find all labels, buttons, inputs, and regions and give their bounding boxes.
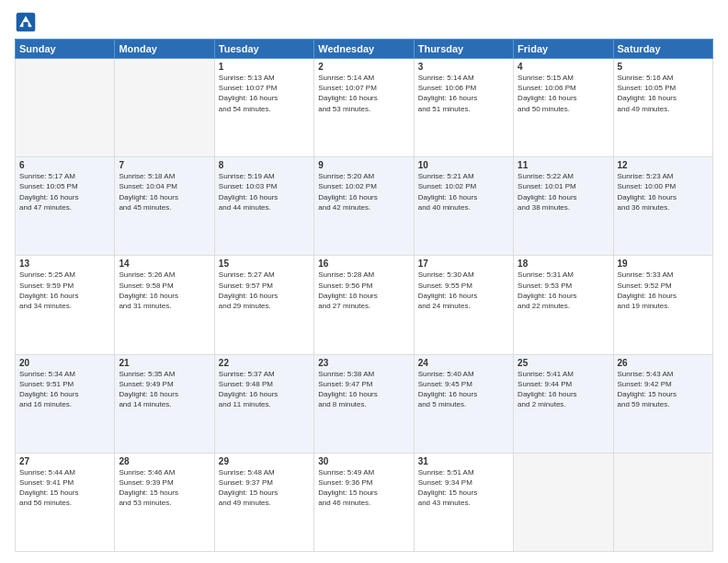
day-number: 23: [318, 358, 409, 368]
day-info: Sunrise: 5:40 AM Sunset: 9:45 PM Dayligh…: [418, 369, 509, 410]
day-number: 19: [618, 259, 709, 269]
calendar-week-1: 1Sunrise: 5:13 AM Sunset: 10:07 PM Dayli…: [16, 59, 713, 157]
day-number: 8: [219, 160, 310, 170]
calendar-cell: 13Sunrise: 5:25 AM Sunset: 9:59 PM Dayli…: [16, 256, 115, 354]
col-wednesday: Wednesday: [314, 40, 414, 59]
day-number: 26: [618, 358, 709, 368]
day-number: 2: [318, 62, 409, 72]
day-info: Sunrise: 5:51 AM Sunset: 9:34 PM Dayligh…: [418, 467, 509, 509]
day-info: Sunrise: 5:34 AM Sunset: 9:51 PM Dayligh…: [19, 369, 110, 410]
day-number: 17: [418, 259, 509, 269]
day-info: Sunrise: 5:28 AM Sunset: 9:56 PM Dayligh…: [318, 270, 409, 311]
calendar-cell: 19Sunrise: 5:33 AM Sunset: 9:52 PM Dayli…: [613, 256, 712, 354]
day-info: Sunrise: 5:17 AM Sunset: 10:05 PM Daylig…: [19, 171, 110, 213]
day-number: 9: [318, 160, 409, 170]
logo: [15, 11, 40, 33]
day-info: Sunrise: 5:31 AM Sunset: 9:53 PM Dayligh…: [518, 270, 609, 311]
calendar-week-5: 27Sunrise: 5:44 AM Sunset: 9:41 PM Dayli…: [16, 453, 713, 551]
day-number: 11: [518, 160, 609, 170]
calendar-cell: 23Sunrise: 5:38 AM Sunset: 9:47 PM Dayli…: [314, 354, 414, 453]
day-number: 27: [19, 456, 110, 466]
calendar-cell: 3Sunrise: 5:14 AM Sunset: 10:06 PM Dayli…: [414, 59, 513, 157]
day-info: Sunrise: 5:41 AM Sunset: 9:44 PM Dayligh…: [518, 369, 609, 410]
day-number: 14: [119, 259, 210, 269]
calendar-cell: 31Sunrise: 5:51 AM Sunset: 9:34 PM Dayli…: [414, 453, 513, 551]
day-info: Sunrise: 5:35 AM Sunset: 9:49 PM Dayligh…: [119, 369, 210, 410]
day-number: 13: [19, 259, 110, 269]
calendar-cell: 15Sunrise: 5:27 AM Sunset: 9:57 PM Dayli…: [214, 256, 313, 354]
calendar-cell: [514, 453, 613, 551]
calendar-cell: 24Sunrise: 5:40 AM Sunset: 9:45 PM Dayli…: [414, 354, 513, 453]
day-number: 22: [219, 358, 310, 368]
day-number: 12: [618, 160, 709, 170]
day-number: 21: [119, 358, 210, 368]
day-info: Sunrise: 5:37 AM Sunset: 9:48 PM Dayligh…: [219, 369, 310, 410]
calendar-week-3: 13Sunrise: 5:25 AM Sunset: 9:59 PM Dayli…: [16, 256, 713, 354]
day-number: 16: [318, 259, 409, 269]
day-info: Sunrise: 5:43 AM Sunset: 9:42 PM Dayligh…: [618, 369, 709, 410]
day-info: Sunrise: 5:20 AM Sunset: 10:02 PM Daylig…: [318, 171, 409, 213]
col-tuesday: Tuesday: [214, 40, 313, 59]
day-number: 28: [119, 456, 210, 466]
day-info: Sunrise: 5:25 AM Sunset: 9:59 PM Dayligh…: [19, 270, 110, 311]
day-info: Sunrise: 5:46 AM Sunset: 9:39 PM Dayligh…: [119, 467, 210, 509]
day-info: Sunrise: 5:13 AM Sunset: 10:07 PM Daylig…: [219, 73, 310, 114]
calendar-cell: 17Sunrise: 5:30 AM Sunset: 9:55 PM Dayli…: [414, 256, 513, 354]
col-monday: Monday: [115, 40, 214, 59]
day-number: 29: [219, 456, 310, 466]
calendar-cell: 12Sunrise: 5:23 AM Sunset: 10:00 PM Dayl…: [613, 157, 712, 256]
calendar-table: Sunday Monday Tuesday Wednesday Thursday…: [15, 39, 713, 552]
day-info: Sunrise: 5:26 AM Sunset: 9:58 PM Dayligh…: [119, 270, 210, 311]
day-info: Sunrise: 5:48 AM Sunset: 9:37 PM Dayligh…: [219, 467, 310, 509]
calendar-cell: 11Sunrise: 5:22 AM Sunset: 10:01 PM Dayl…: [514, 157, 613, 256]
day-info: Sunrise: 5:14 AM Sunset: 10:06 PM Daylig…: [418, 73, 509, 114]
calendar-cell: 2Sunrise: 5:14 AM Sunset: 10:07 PM Dayli…: [314, 59, 414, 157]
day-info: Sunrise: 5:23 AM Sunset: 10:00 PM Daylig…: [618, 171, 709, 213]
calendar-cell: [115, 59, 214, 157]
calendar-cell: 8Sunrise: 5:19 AM Sunset: 10:03 PM Dayli…: [214, 157, 313, 256]
day-number: 25: [518, 358, 609, 368]
col-saturday: Saturday: [613, 40, 712, 59]
day-info: Sunrise: 5:49 AM Sunset: 9:36 PM Dayligh…: [318, 467, 409, 509]
col-friday: Friday: [514, 40, 613, 59]
calendar-cell: 20Sunrise: 5:34 AM Sunset: 9:51 PM Dayli…: [16, 354, 115, 453]
day-number: 5: [618, 62, 709, 72]
calendar-cell: 4Sunrise: 5:15 AM Sunset: 10:06 PM Dayli…: [514, 59, 613, 157]
calendar-cell: 18Sunrise: 5:31 AM Sunset: 9:53 PM Dayli…: [514, 256, 613, 354]
calendar-cell: 22Sunrise: 5:37 AM Sunset: 9:48 PM Dayli…: [214, 354, 313, 453]
day-number: 10: [418, 160, 509, 170]
calendar-cell: [613, 453, 712, 551]
day-info: Sunrise: 5:18 AM Sunset: 10:04 PM Daylig…: [119, 171, 210, 213]
day-info: Sunrise: 5:15 AM Sunset: 10:06 PM Daylig…: [518, 73, 609, 114]
day-info: Sunrise: 5:30 AM Sunset: 9:55 PM Dayligh…: [418, 270, 509, 311]
day-number: 31: [418, 456, 509, 466]
day-info: Sunrise: 5:16 AM Sunset: 10:05 PM Daylig…: [618, 73, 709, 114]
header: [15, 11, 713, 33]
day-number: 18: [518, 259, 609, 269]
day-info: Sunrise: 5:14 AM Sunset: 10:07 PM Daylig…: [318, 73, 409, 114]
calendar-cell: 14Sunrise: 5:26 AM Sunset: 9:58 PM Dayli…: [115, 256, 214, 354]
day-info: Sunrise: 5:19 AM Sunset: 10:03 PM Daylig…: [219, 171, 310, 213]
calendar-cell: 21Sunrise: 5:35 AM Sunset: 9:49 PM Dayli…: [115, 354, 214, 453]
calendar-cell: 7Sunrise: 5:18 AM Sunset: 10:04 PM Dayli…: [115, 157, 214, 256]
svg-rect-2: [23, 22, 28, 29]
day-info: Sunrise: 5:44 AM Sunset: 9:41 PM Dayligh…: [19, 467, 110, 509]
calendar-cell: 27Sunrise: 5:44 AM Sunset: 9:41 PM Dayli…: [16, 453, 115, 551]
calendar-cell: 29Sunrise: 5:48 AM Sunset: 9:37 PM Dayli…: [214, 453, 313, 551]
calendar-cell: 1Sunrise: 5:13 AM Sunset: 10:07 PM Dayli…: [214, 59, 313, 157]
day-number: 7: [119, 160, 210, 170]
day-number: 3: [418, 62, 509, 72]
day-number: 24: [418, 358, 509, 368]
calendar-cell: 6Sunrise: 5:17 AM Sunset: 10:05 PM Dayli…: [16, 157, 115, 256]
calendar-cell: 16Sunrise: 5:28 AM Sunset: 9:56 PM Dayli…: [314, 256, 414, 354]
day-number: 6: [19, 160, 110, 170]
col-sunday: Sunday: [16, 40, 115, 59]
calendar-cell: [16, 59, 115, 157]
day-number: 15: [219, 259, 310, 269]
day-info: Sunrise: 5:38 AM Sunset: 9:47 PM Dayligh…: [318, 369, 409, 410]
calendar-cell: 9Sunrise: 5:20 AM Sunset: 10:02 PM Dayli…: [314, 157, 414, 256]
logo-icon: [15, 11, 37, 33]
calendar-cell: 30Sunrise: 5:49 AM Sunset: 9:36 PM Dayli…: [314, 453, 414, 551]
calendar-header-row: Sunday Monday Tuesday Wednesday Thursday…: [16, 40, 713, 59]
calendar-cell: 26Sunrise: 5:43 AM Sunset: 9:42 PM Dayli…: [613, 354, 712, 453]
